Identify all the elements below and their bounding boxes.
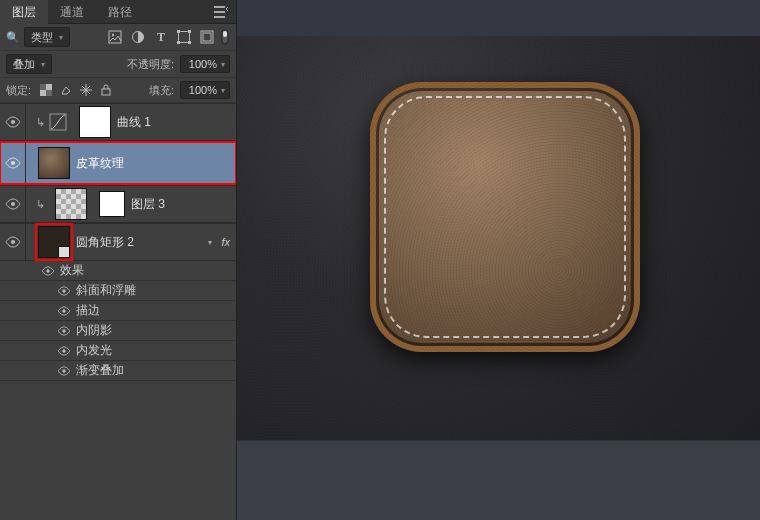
effects-header-label: 效果 xyxy=(60,262,84,279)
opacity-input[interactable]: 100% ▾ xyxy=(180,55,230,73)
layer-name: 图层 3 xyxy=(131,196,228,213)
filter-toggle-switch[interactable] xyxy=(220,27,230,47)
curves-adjustment-icon xyxy=(49,113,67,131)
type-filter-icon[interactable]: T xyxy=(151,27,171,47)
effect-row[interactable]: 斜面和浮雕 xyxy=(0,281,236,301)
visibility-toggle[interactable] xyxy=(56,343,72,359)
effect-label: 内阴影 xyxy=(76,322,112,339)
effect-row[interactable]: 渐变叠加 xyxy=(0,361,236,381)
svg-point-18 xyxy=(11,161,15,165)
chevron-down-icon: ▾ xyxy=(59,33,63,42)
filter-kind-select[interactable]: 类型 ▾ xyxy=(24,27,70,47)
visibility-toggle[interactable] xyxy=(56,283,72,299)
chevron-down-icon: ▾ xyxy=(41,60,45,69)
chevron-down-icon: ▾ xyxy=(221,60,225,69)
visibility-toggle[interactable] xyxy=(40,263,56,279)
svg-point-22 xyxy=(62,289,65,292)
lock-transparency-icon[interactable] xyxy=(37,81,55,99)
svg-rect-7 xyxy=(188,41,191,44)
lock-icons xyxy=(37,81,115,99)
effects-header-row[interactable]: 效果 xyxy=(0,261,236,281)
tab-channels[interactable]: 通道 xyxy=(48,0,96,24)
opacity-value: 100% xyxy=(189,58,217,70)
layer-row-curves[interactable]: ↳ 曲线 1 xyxy=(0,103,236,141)
tab-paths[interactable]: 路径 xyxy=(96,0,144,24)
lock-label: 锁定: xyxy=(6,83,31,98)
clip-indicator-icon: ↳ xyxy=(36,116,45,129)
adjust-filter-icon[interactable] xyxy=(128,27,148,47)
panel-menu-icon[interactable] xyxy=(210,6,232,18)
fill-label: 填充: xyxy=(149,83,174,98)
artboard[interactable] xyxy=(237,36,760,440)
svg-rect-11 xyxy=(223,31,227,37)
layer-mask-thumb[interactable] xyxy=(99,191,125,217)
layer-row-rrect[interactable]: 圆角矩形 2 ▾ fx xyxy=(0,223,236,261)
search-icon: 🔍 xyxy=(6,31,20,44)
effect-row[interactable]: 内发光 xyxy=(0,341,236,361)
chevron-down-icon: ▾ xyxy=(221,86,225,95)
svg-point-25 xyxy=(62,349,65,352)
canvas-footer xyxy=(237,440,760,520)
svg-point-19 xyxy=(11,202,15,206)
layer-row-layer3[interactable]: ↳ 图层 3 xyxy=(0,185,236,223)
effect-row[interactable]: 描边 xyxy=(0,301,236,321)
visibility-toggle[interactable] xyxy=(0,224,26,260)
layers-panel: 图层 通道 路径 🔍 类型 ▾ T xyxy=(0,0,237,520)
blend-opacity-row: 叠加 ▾ 不透明度: 100% ▾ xyxy=(0,51,236,78)
svg-point-24 xyxy=(62,329,65,332)
visibility-toggle[interactable] xyxy=(56,363,72,379)
svg-point-23 xyxy=(62,309,65,312)
fx-expand-icon[interactable]: ▾ xyxy=(208,238,212,247)
layer-name: 圆角矩形 2 xyxy=(76,234,228,251)
visibility-toggle[interactable] xyxy=(56,303,72,319)
layer-row-leather[interactable]: 皮革纹理 xyxy=(0,141,236,185)
document-canvas xyxy=(237,0,760,520)
fill-value: 100% xyxy=(189,84,217,96)
effect-label: 斜面和浮雕 xyxy=(76,282,136,299)
svg-rect-6 xyxy=(177,41,180,44)
lock-all-icon[interactable] xyxy=(97,81,115,99)
layer-effects-list: 效果 斜面和浮雕 描边 内阴影 内发光 xyxy=(0,261,236,381)
svg-rect-9 xyxy=(203,33,211,41)
svg-rect-5 xyxy=(188,30,191,33)
svg-rect-3 xyxy=(179,32,190,43)
svg-rect-14 xyxy=(46,90,52,96)
effect-label: 描边 xyxy=(76,302,100,319)
tab-layers[interactable]: 图层 xyxy=(0,0,48,24)
visibility-toggle[interactable] xyxy=(0,142,26,184)
effect-row[interactable]: 内阴影 xyxy=(0,321,236,341)
layer-filter-row: 🔍 类型 ▾ T xyxy=(0,24,236,51)
visibility-toggle[interactable] xyxy=(56,323,72,339)
layer-thumb[interactable] xyxy=(38,226,70,258)
svg-point-26 xyxy=(62,369,65,372)
image-filter-icon[interactable] xyxy=(105,27,125,47)
clip-indicator-icon: ↳ xyxy=(36,198,45,211)
lock-fill-row: 锁定: 填充: 100% ▾ xyxy=(0,78,236,103)
effect-label: 渐变叠加 xyxy=(76,362,124,379)
layer-thumb[interactable] xyxy=(38,147,70,179)
svg-point-20 xyxy=(11,240,15,244)
svg-point-16 xyxy=(11,120,15,124)
visibility-toggle[interactable] xyxy=(0,186,26,222)
layer-name: 皮革纹理 xyxy=(76,155,228,172)
smart-filter-icon[interactable] xyxy=(197,27,217,47)
lock-image-icon[interactable] xyxy=(57,81,75,99)
shape-filter-icon[interactable] xyxy=(174,27,194,47)
layer-thumb[interactable] xyxy=(55,188,87,220)
effect-label: 内发光 xyxy=(76,342,112,359)
fx-badge[interactable]: fx xyxy=(221,236,230,248)
svg-rect-13 xyxy=(40,84,46,90)
lock-position-icon[interactable] xyxy=(77,81,95,99)
svg-rect-15 xyxy=(102,89,110,95)
layer-name: 曲线 1 xyxy=(117,114,228,131)
panel-tabs: 图层 通道 路径 xyxy=(0,0,236,24)
svg-rect-4 xyxy=(177,30,180,33)
visibility-toggle[interactable] xyxy=(0,104,26,140)
rounded-rect-icon-art xyxy=(370,82,640,352)
svg-point-1 xyxy=(112,34,114,36)
fill-input[interactable]: 100% ▾ xyxy=(180,81,230,99)
layers-list: ↳ 曲线 1 皮革纹理 ↳ 图层 3 xyxy=(0,103,236,520)
blend-mode-select[interactable]: 叠加 ▾ xyxy=(6,54,52,74)
svg-rect-0 xyxy=(109,31,121,43)
layer-mask-thumb[interactable] xyxy=(79,106,111,138)
